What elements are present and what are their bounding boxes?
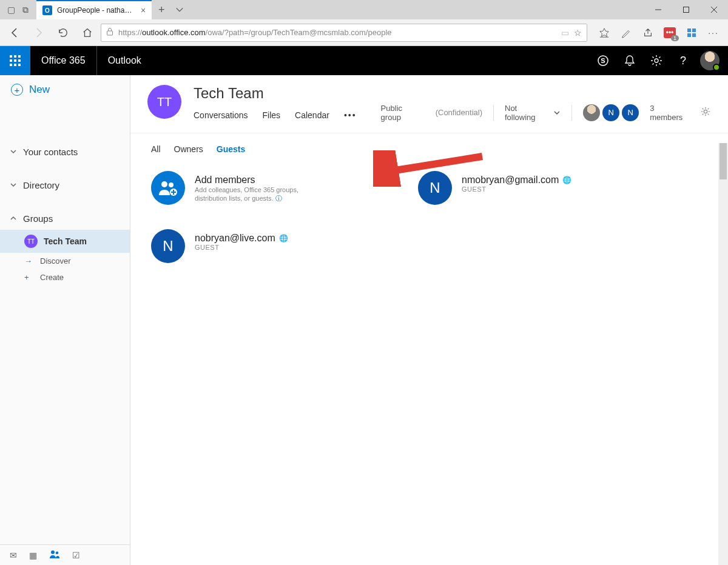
new-tab-button[interactable]: + bbox=[152, 0, 171, 19]
chevron-down-icon bbox=[10, 180, 18, 190]
follow-toggle[interactable]: Not following bbox=[505, 104, 561, 122]
group-visibility: Public group bbox=[381, 104, 425, 122]
person-avatar-icon: N bbox=[418, 171, 452, 205]
add-members-card[interactable]: Add members Add colleagues, Office 365 g… bbox=[151, 171, 369, 205]
nav-directory[interactable]: Directory bbox=[0, 174, 130, 196]
more-actions-icon[interactable]: ··· bbox=[703, 22, 724, 44]
close-window-button[interactable] bbox=[700, 0, 728, 19]
member-avatar-icon: N bbox=[602, 104, 619, 121]
content-area: TT Tech Team Conversations Files Calenda… bbox=[130, 75, 728, 565]
left-nav: + New Your contacts Directory Groups TT … bbox=[0, 75, 130, 565]
group-settings-gear-icon[interactable] bbox=[700, 106, 711, 119]
url-text: https://outlook.office.com/owa/?path=/gr… bbox=[118, 28, 556, 37]
chevron-down-icon bbox=[553, 109, 561, 116]
member-avatar-icon: N bbox=[622, 104, 639, 121]
member-email: nobryan@live.com 🌐 bbox=[195, 233, 288, 244]
svg-point-11 bbox=[704, 110, 707, 113]
tab-title: GroupPeople - nathan@ bbox=[57, 6, 136, 15]
new-button[interactable]: + New bbox=[0, 75, 130, 104]
globe-icon: 🌐 bbox=[279, 234, 288, 242]
tab-preview-chevron-icon[interactable] bbox=[171, 0, 188, 19]
chevron-up-icon bbox=[10, 213, 18, 224]
calendar-module-icon[interactable]: ▦ bbox=[29, 550, 37, 560]
nav-groups[interactable]: Groups bbox=[0, 207, 130, 230]
tab-more-icon[interactable]: ••• bbox=[344, 110, 357, 127]
tab-actions-icon[interactable]: ▢ bbox=[6, 5, 16, 15]
filter-guests[interactable]: Guests bbox=[217, 144, 245, 154]
people-module-icon[interactable] bbox=[49, 550, 60, 560]
member-card[interactable]: N nobryan@live.com 🌐 GUEST bbox=[151, 229, 369, 263]
divider bbox=[493, 105, 494, 121]
suite-header: Office 365 Outlook S ? bbox=[0, 46, 728, 75]
member-cards: Add members Add colleagues, Office 365 g… bbox=[130, 159, 701, 275]
scrollbar-thumb[interactable] bbox=[720, 143, 727, 179]
favorites-hub-icon[interactable] bbox=[593, 22, 615, 44]
favorite-star-icon[interactable]: ☆ bbox=[574, 28, 582, 38]
nav-create[interactable]: + Create bbox=[0, 269, 130, 286]
group-header: TT Tech Team Conversations Files Calenda… bbox=[130, 75, 728, 133]
guest-tag: GUEST bbox=[195, 244, 288, 251]
add-members-title: Add members bbox=[195, 175, 328, 186]
add-members-icon bbox=[151, 171, 185, 205]
refresh-button[interactable] bbox=[52, 22, 74, 44]
new-label: New bbox=[29, 84, 50, 96]
svg-point-14 bbox=[169, 182, 174, 187]
nav-your-contacts[interactable]: Your contacts bbox=[0, 141, 130, 163]
vertical-scrollbar[interactable] bbox=[718, 143, 728, 565]
forward-button[interactable] bbox=[28, 22, 50, 44]
lock-icon bbox=[106, 27, 113, 38]
tasks-module-icon[interactable]: ☑ bbox=[72, 550, 80, 560]
svg-point-13 bbox=[161, 181, 167, 187]
reading-view-icon[interactable]: ▭ bbox=[561, 28, 569, 38]
member-filter-tabs: All Owners Guests bbox=[130, 133, 728, 159]
maximize-button[interactable] bbox=[672, 0, 700, 19]
back-button[interactable] bbox=[4, 22, 25, 44]
help-icon[interactable]: ? bbox=[670, 46, 696, 75]
member-facepile[interactable]: N N bbox=[583, 104, 639, 121]
nav-item-tech-team[interactable]: TT Tech Team bbox=[0, 230, 130, 253]
settings-gear-icon[interactable] bbox=[643, 46, 670, 75]
app-launcher-button[interactable] bbox=[0, 46, 30, 75]
me-avatar[interactable] bbox=[700, 51, 720, 70]
group-sensitivity: (Confidential) bbox=[436, 108, 482, 117]
tab-conversations[interactable]: Conversations bbox=[194, 110, 248, 127]
home-button[interactable] bbox=[76, 22, 98, 44]
member-count[interactable]: 3 members bbox=[650, 104, 689, 122]
filter-all[interactable]: All bbox=[151, 144, 161, 154]
info-icon[interactable]: ⓘ bbox=[275, 195, 282, 202]
plus-icon: + bbox=[24, 273, 34, 282]
browser-titlebar: ▢ ⧉ O GroupPeople - nathan@ × + bbox=[0, 0, 728, 19]
extension-grid-icon[interactable] bbox=[681, 22, 703, 44]
member-card[interactable]: N nmobryan@gmail.com 🌐 GUEST bbox=[418, 171, 636, 205]
skype-icon[interactable]: S bbox=[590, 46, 616, 75]
minimize-button[interactable] bbox=[644, 0, 672, 19]
group-title: Tech Team bbox=[194, 85, 357, 102]
tab-set-aside-icon[interactable]: ⧉ bbox=[21, 5, 30, 15]
suite-brand[interactable]: Office 365 bbox=[30, 46, 97, 75]
tab-files[interactable]: Files bbox=[263, 110, 281, 127]
browser-toolbar: https://outlook.office.com/owa/?path=/gr… bbox=[0, 19, 728, 46]
tab-calendar[interactable]: Calendar bbox=[295, 110, 329, 127]
share-icon[interactable] bbox=[637, 22, 659, 44]
address-bar[interactable]: https://outlook.office.com/owa/?path=/gr… bbox=[101, 24, 587, 42]
divider bbox=[571, 105, 572, 121]
notes-icon[interactable] bbox=[615, 22, 637, 44]
svg-point-10 bbox=[56, 552, 59, 555]
filter-owners[interactable]: Owners bbox=[174, 144, 203, 154]
app-name[interactable]: Outlook bbox=[97, 55, 152, 66]
plus-circle-icon: + bbox=[11, 84, 23, 96]
member-email: nmobryan@gmail.com 🌐 bbox=[462, 175, 571, 186]
module-switcher: ✉ ▦ ☑ bbox=[0, 544, 130, 565]
tab-close-icon[interactable]: × bbox=[141, 5, 146, 15]
person-avatar-icon: N bbox=[151, 229, 185, 263]
svg-point-9 bbox=[51, 550, 55, 554]
browser-tab[interactable]: O GroupPeople - nathan@ × bbox=[36, 0, 152, 19]
titlebar-left: ▢ ⧉ bbox=[0, 0, 36, 19]
mail-module-icon[interactable]: ✉ bbox=[10, 550, 17, 560]
nav-discover[interactable]: → Discover bbox=[0, 253, 130, 269]
notifications-icon[interactable] bbox=[616, 46, 643, 75]
svg-text:S: S bbox=[601, 57, 605, 64]
arrow-right-icon: → bbox=[24, 256, 34, 266]
guest-tag: GUEST bbox=[462, 186, 571, 193]
extension-red-icon[interactable]: •••1 bbox=[659, 22, 681, 44]
